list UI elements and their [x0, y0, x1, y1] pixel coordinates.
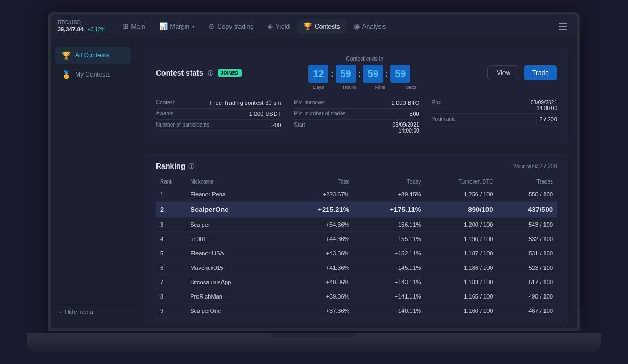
stat-min: Min. turnover 1,000 BTC Min. number of t… [294, 97, 419, 136]
cell-nick-0: Eleanor Pena [186, 187, 282, 202]
tab-margin-label: Margin [170, 23, 190, 30]
cell-total-1: +215.21% [282, 202, 353, 218]
topbar: BTC/USD 39,347.84 +3.12% ⊞ Main 📊 Margin [51, 15, 577, 38]
hide-menu-button[interactable]: ‹ Hide menu [51, 304, 136, 319]
ticker-info: BTC/USD 39,347.84 +3.12% [57, 20, 105, 33]
label-your-rank: Your rank [432, 116, 455, 122]
your-rank-text: Your rank 2 / 200 [513, 163, 557, 169]
cell-rank-3: 4 [156, 232, 186, 246]
cell-rank-0: 1 [156, 187, 186, 202]
table-row: 6Maverick015+41.36%+145.11%1,186 / 10052… [156, 261, 557, 275]
value-contest: Free Trading contest 30 sm [210, 100, 281, 106]
cell-turnover-6: 1,183 / 100 [425, 275, 497, 289]
countdown-label: Contest ends in [308, 56, 421, 62]
value-start: 03/09/202114:00:00 [393, 122, 419, 134]
all-contests-icon: 🏆 [62, 51, 71, 60]
stat-row-participants: Number of participants 200 [156, 120, 281, 131]
cell-today-8: +140.11% [353, 304, 425, 318]
cell-today-7: +141.11% [353, 289, 425, 304]
countdown-hours: 59 [336, 65, 356, 83]
joined-badge: Joined [218, 69, 242, 77]
cell-rank-1: 2 [156, 202, 186, 218]
cell-turnover-3: 1,190 / 100 [425, 232, 497, 246]
cell-nick-3: uh001 [186, 232, 282, 246]
unit-mins: Mins [370, 85, 390, 90]
ranking-title-text: Ranking [156, 162, 185, 170]
tab-copy[interactable]: ⊙ Copy-trading [202, 19, 260, 34]
card-header: Contest stats ⓘ Joined Contest ends in 1… [156, 56, 557, 90]
value-participants: 200 [271, 122, 281, 128]
sidebar-item-my-contests-label: My Contests [75, 71, 111, 78]
label-awards: Awards [156, 111, 173, 117]
stat-row-start: Start 03/09/202114:00:00 [294, 120, 419, 136]
contest-stats-title: Contest stats [156, 69, 203, 77]
cell-today-3: +155.11% [353, 232, 425, 246]
cell-nick-2: Scalper [186, 218, 282, 232]
tab-yield[interactable]: ◈ Yield [261, 19, 296, 34]
col-header-trades: Trades [497, 177, 557, 187]
content-area: Contest stats ⓘ Joined Contest ends in 1… [136, 38, 577, 328]
tab-contests[interactable]: 🏆 Contests [297, 19, 346, 34]
cell-total-0: +223.67% [282, 187, 353, 202]
ranking-title: Ranking ⓘ [156, 162, 194, 170]
ranking-info-icon[interactable]: ⓘ [188, 162, 194, 170]
tab-yield-label: Yield [276, 23, 290, 30]
stat-end: End 03/09/202114:00:00 Your rank 2 / 200 [432, 97, 557, 136]
cell-total-3: +44.36% [282, 232, 353, 246]
cell-turnover-7: 1,165 / 100 [425, 289, 497, 304]
card-actions: View Trade [487, 65, 557, 80]
main-icon: ⊞ [122, 22, 128, 30]
tab-analysis[interactable]: ◉ Analysis [348, 19, 393, 34]
tab-analysis-label: Analysis [362, 23, 386, 30]
cell-nick-4: Eleanor USA [186, 246, 282, 261]
label-start: Start [294, 122, 305, 128]
cell-today-5: +145.11% [353, 261, 425, 275]
table-row: 5Eleanor USA+43.36%+152.11%1,187 / 10053… [156, 246, 557, 261]
cell-turnover-8: 1,160 / 100 [425, 304, 497, 318]
tab-main[interactable]: ⊞ Main [116, 19, 151, 34]
cell-trades-0: 550 / 100 [497, 187, 557, 202]
cell-nick-8: ScalperOne [186, 304, 282, 318]
cell-turnover-5: 1,186 / 100 [425, 261, 497, 275]
cell-total-4: +43.36% [282, 246, 353, 261]
menu-button[interactable] [556, 19, 571, 34]
sep-1: : [330, 69, 333, 79]
table-row: 8ProRichMan+39.36%+141.11%1,165 / 100490… [156, 289, 557, 304]
unit-days: Days [308, 85, 328, 90]
stat-row-your-rank: Your rank 2 / 200 [432, 114, 557, 125]
my-contests-icon: 🥇 [62, 70, 71, 79]
sep-2: : [358, 69, 361, 79]
table-row: 3Scalper+54.36%+156.11%1,200 / 100543 / … [156, 218, 557, 232]
tab-main-label: Main [131, 23, 145, 30]
trade-button[interactable]: Trade [524, 65, 557, 80]
col-header-rank: Rank [156, 177, 186, 187]
value-awards: 1,000 USDT [249, 111, 282, 117]
hide-menu-label: Hide menu [65, 309, 93, 315]
cell-trades-7: 490 / 100 [497, 289, 557, 304]
col-header-total: Total [282, 177, 353, 187]
chevron-left-icon: ‹ [60, 309, 62, 315]
table-row: 2ScalperOne+215.21%+175.11%890/100437/50… [156, 202, 557, 218]
cell-trades-2: 543 / 100 [497, 218, 557, 232]
ticker-price: 39,347.84 [57, 26, 84, 32]
cell-turnover-2: 1,200 / 100 [425, 218, 497, 232]
stat-row-end: End 03/09/202114:00:00 [432, 97, 557, 114]
view-button[interactable]: View [487, 65, 519, 80]
unit-hours: Hours [339, 85, 359, 90]
cell-rank-6: 7 [156, 275, 186, 289]
cell-trades-5: 523 / 100 [497, 261, 557, 275]
countdown-secs: 59 [390, 65, 410, 83]
cell-nick-5: Maverick015 [186, 261, 282, 275]
ranking-table-body: 1Eleanor Pena+223.67%+89.45%1,256 / 1005… [156, 187, 557, 318]
sidebar-item-all-contests-label: All Contests [75, 52, 109, 59]
info-icon[interactable]: ⓘ [208, 69, 213, 77]
ticker-pair: BTC/USD [57, 20, 105, 26]
contest-stats-card: Contest stats ⓘ Joined Contest ends in 1… [145, 47, 568, 145]
cell-nick-6: BitcosaurusApp [186, 275, 282, 289]
stat-contest: Contest Free Trading contest 30 sm Award… [156, 97, 281, 136]
sidebar-items: 🏆 All Contests 🥇 My Contests [51, 47, 136, 83]
sidebar-item-all-contests[interactable]: 🏆 All Contests [55, 47, 131, 64]
cell-rank-8: 9 [156, 304, 186, 318]
sidebar-item-my-contests[interactable]: 🥇 My Contests [55, 66, 131, 83]
tab-margin[interactable]: 📊 Margin ▾ [153, 19, 202, 34]
